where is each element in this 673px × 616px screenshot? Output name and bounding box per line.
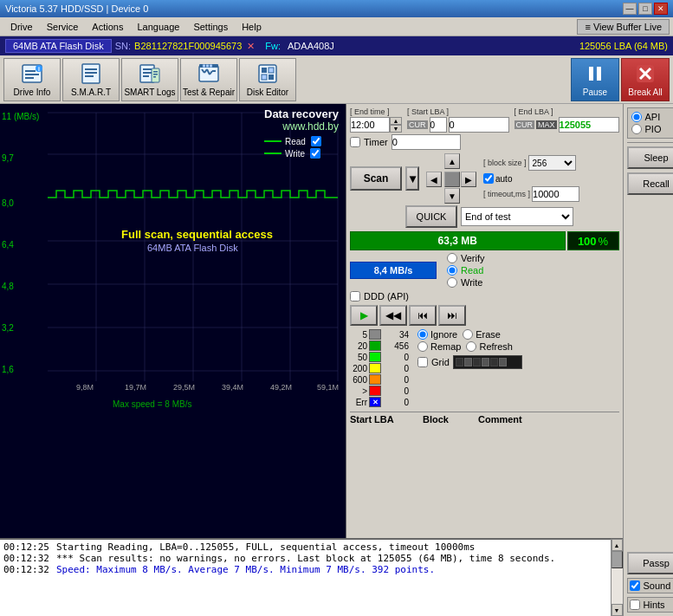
progress-pct: 100 (578, 235, 597, 248)
erase-radio[interactable] (463, 329, 473, 340)
svg-rect-15 (153, 71, 158, 73)
api-radio[interactable] (631, 112, 642, 122)
serial-label: SN: (115, 41, 131, 51)
log-container: 00:12:25 Starting Reading, LBA=0..125055… (0, 538, 623, 616)
lba-row-5: 5 34 (350, 329, 409, 340)
startlba-input[interactable] (449, 117, 509, 133)
auto-checkbox[interactable] (483, 173, 494, 184)
endtime-input[interactable] (350, 117, 390, 133)
scroll-thumb[interactable] (612, 551, 623, 568)
endtime-down[interactable]: ▼ (390, 125, 402, 133)
remap-radio[interactable] (417, 341, 428, 352)
arrow-left-btn[interactable]: ◀ (426, 172, 442, 187)
svg-rect-12 (143, 72, 152, 74)
ignore-radio[interactable] (417, 329, 428, 340)
pause-btn[interactable]: Pause (571, 58, 619, 101)
verify-radio[interactable] (447, 253, 457, 263)
svg-text:6,4: 6,4 (2, 240, 14, 250)
verify-row: Verify (447, 253, 485, 263)
grid-checkbox[interactable] (417, 357, 428, 367)
endlba-input[interactable] (559, 117, 619, 133)
write-checkbox[interactable] (310, 148, 320, 159)
outer-main: Data recovery www.hdd.by Read Write (0, 104, 673, 616)
menu-bar: Drive Service Actions Language Settings … (0, 17, 673, 36)
cur-value-input[interactable] (430, 117, 447, 133)
timeout-input[interactable] (532, 186, 579, 202)
scan-row: Scan ▼ ▲ ▼ ◀ ▶ [ block size ] (350, 153, 619, 204)
svg-rect-8 (85, 72, 97, 74)
hints-group: Hints (627, 597, 673, 613)
scroll-down-btn[interactable]: ▼ (612, 604, 623, 616)
quick-btn[interactable]: QUICK (405, 205, 457, 228)
log-msg-2: *** Scan results: no warnings, no errors… (56, 553, 555, 564)
svg-text:8,0: 8,0 (2, 198, 14, 208)
close-btn[interactable]: ✕ (654, 3, 668, 15)
sound-group: Sound (627, 578, 673, 593)
read-radio[interactable] (447, 265, 457, 276)
lba-info: 125056 LBA (64 MB) (579, 41, 668, 51)
recall-btn[interactable]: Recall (627, 172, 673, 195)
ddd-label: DDD (API) (364, 291, 409, 302)
passp-btn[interactable]: Passp (627, 552, 673, 574)
lba-row-600: 600 0 (350, 374, 409, 385)
log-scrollbar[interactable]: ▲ ▼ (611, 539, 623, 616)
hints-checkbox[interactable] (630, 600, 640, 610)
blocksize-select[interactable]: 256 512 1024 (528, 155, 576, 171)
arrow-right-btn[interactable]: ▶ (461, 172, 476, 187)
svg-rect-29 (262, 68, 267, 73)
minimize-btn[interactable]: — (623, 3, 637, 15)
write-label: Write (461, 277, 482, 288)
write-radio[interactable] (447, 277, 457, 288)
ddd-checkbox[interactable] (350, 291, 360, 302)
svg-text:4,8: 4,8 (2, 282, 14, 291)
grid-cell-5 (490, 358, 498, 366)
svg-text:9,8M: 9,8M (76, 383, 94, 392)
scroll-up-btn[interactable]: ▲ (612, 539, 623, 551)
timer-input[interactable] (392, 134, 461, 150)
timer-checkbox[interactable] (350, 137, 360, 147)
menu-drive[interactable]: Drive (3, 20, 40, 34)
transport-play[interactable]: ▶ (350, 305, 378, 326)
fw-value: ADAA408J (288, 41, 334, 51)
view-buffer-btn[interactable]: ≡ View Buffer Live (577, 19, 670, 35)
lba-row-20: 20 456 (350, 340, 409, 351)
arrow-up-btn[interactable]: ▲ (444, 153, 460, 169)
scan-dropdown-btn[interactable]: ▼ (405, 166, 419, 191)
pio-radio[interactable] (631, 124, 642, 134)
refresh-radio[interactable] (466, 341, 476, 352)
menu-actions[interactable]: Actions (85, 20, 130, 34)
endtime-up[interactable]: ▲ (390, 117, 402, 125)
smart-btn[interactable]: S.M.A.R.T (62, 58, 120, 101)
disk-editor-btn[interactable]: Disk Editor (239, 58, 296, 101)
log-time-1: 00:12:25 (3, 541, 49, 553)
transport-next[interactable]: ⏭ (438, 305, 466, 326)
log-msg-3: Speed: Maximum 8 MB/s. Average 7 MB/s. M… (56, 564, 435, 575)
menu-help[interactable]: Help (235, 20, 269, 34)
log-area[interactable]: 00:12:25 Starting Reading, LBA=0..125055… (0, 539, 611, 616)
arrow-down-btn[interactable]: ▼ (444, 188, 460, 204)
sound-checkbox[interactable] (630, 580, 640, 591)
svg-rect-26 (206, 65, 209, 68)
maximize-btn[interactable]: □ (638, 3, 652, 15)
eot-row: QUICK End of test Power off Reboot (350, 205, 619, 228)
drive-info-btn[interactable]: i Drive Info (3, 58, 61, 101)
grid-display (453, 355, 522, 369)
transport-back[interactable]: ◀◀ (379, 305, 407, 326)
erase-option: Erase (463, 329, 501, 340)
menu-service[interactable]: Service (40, 20, 86, 34)
hints-label: Hints (644, 600, 665, 610)
test-repair-btn[interactable]: Test & Repair (180, 58, 237, 101)
scan-btn[interactable]: Scan (350, 166, 402, 191)
transport-prev[interactable]: ⏮ (409, 305, 437, 326)
eot-select[interactable]: End of test Power off Reboot (461, 207, 573, 226)
close-disk-icon[interactable]: ✕ (247, 41, 255, 52)
menu-settings[interactable]: Settings (186, 20, 235, 34)
break-all-btn[interactable]: Break All (621, 58, 670, 101)
menu-language[interactable]: Language (130, 20, 186, 34)
arrow-center-btn[interactable] (444, 172, 460, 187)
grid-cell-2 (464, 358, 472, 366)
read-checkbox[interactable] (311, 136, 321, 146)
lba-counts-area: 5 34 20 456 50 0 (350, 329, 619, 408)
sleep-btn[interactable]: Sleep (627, 146, 673, 169)
smart-logs-btn[interactable]: SMART Logs (121, 58, 178, 101)
